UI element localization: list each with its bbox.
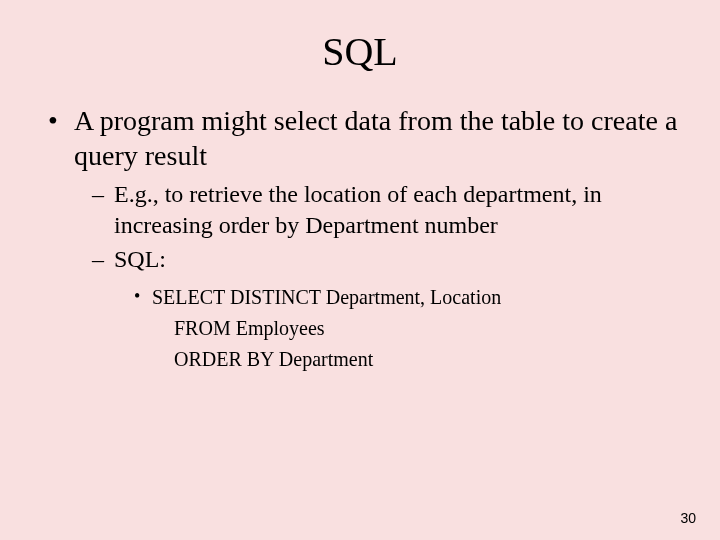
- list-item: FROM Employees: [134, 314, 680, 343]
- list-item: ORDER BY Department: [134, 345, 680, 374]
- slide: SQL A program might select data from the…: [0, 0, 720, 540]
- page-number: 30: [680, 510, 696, 526]
- bullet-list-level2: E.g., to retrieve the location of each d…: [92, 179, 680, 374]
- list-item: SQL: SELECT DISTINCT Department, Locatio…: [92, 244, 680, 374]
- sql-line-3: ORDER BY Department: [174, 348, 373, 370]
- bullet-list-level1: A program might select data from the tab…: [48, 103, 680, 374]
- list-item: E.g., to retrieve the location of each d…: [92, 179, 680, 240]
- slide-title: SQL: [40, 28, 680, 75]
- sql-line-2: FROM Employees: [174, 317, 325, 339]
- bullet-text-l1: A program might select data from the tab…: [74, 105, 677, 171]
- list-item: SELECT DISTINCT Department, Location: [134, 283, 680, 312]
- bullet-list-level3: SELECT DISTINCT Department, Location FRO…: [134, 283, 680, 374]
- list-item: A program might select data from the tab…: [48, 103, 680, 374]
- bullet-text-l2a: E.g., to retrieve the location of each d…: [114, 181, 602, 238]
- sql-line-1: SELECT DISTINCT Department, Location: [152, 286, 501, 308]
- bullet-text-l2b: SQL:: [114, 246, 166, 272]
